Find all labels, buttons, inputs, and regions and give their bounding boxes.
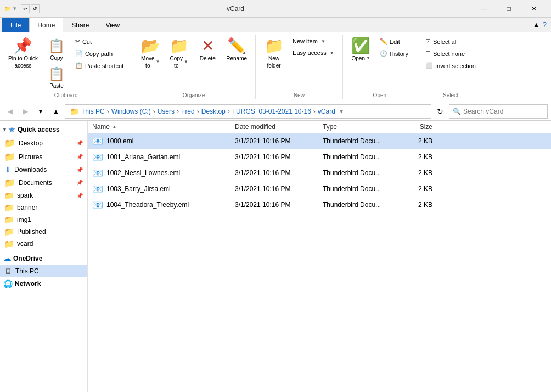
- sidebar-item-vcard[interactable]: 📁 vcard: [0, 238, 87, 250]
- sidebar-item-documents[interactable]: 📁 Documents 📌: [0, 176, 87, 189]
- copy-button[interactable]: 📋 Copy: [43, 36, 70, 63]
- clipboard-small-group: 📋 Copy 📋 Paste: [43, 36, 70, 91]
- copy-to-button[interactable]: 📁 Copy to ▼: [165, 36, 193, 72]
- address-path[interactable]: 📁 This PC › Windows (C:) › Users › Fred …: [65, 104, 431, 119]
- sidebar: ▾ ★ Quick access 📁 Desktop 📌 📁 Pictures …: [0, 121, 88, 392]
- select-none-icon: ☐: [425, 50, 431, 57]
- sidebar-item-desktop[interactable]: 📁 Desktop 📌: [0, 136, 87, 150]
- delete-icon: ✕: [201, 38, 214, 54]
- pin-to-quick-access-button[interactable]: 📌 Pin to Quick access: [4, 36, 42, 72]
- tab-home[interactable]: Home: [29, 18, 63, 32]
- copy-path-button[interactable]: 📄 Copy path: [71, 48, 127, 59]
- path-fred[interactable]: Fred: [181, 108, 195, 115]
- new-folder-button[interactable]: 📁 New folder: [260, 36, 288, 72]
- ribbon-group-organize: 📂 Move to ▼ 📁 Copy to ▼ ✕ Delete ✏️ Rena: [132, 35, 256, 99]
- path-this-pc[interactable]: This PC: [81, 108, 105, 115]
- search-input[interactable]: [463, 108, 544, 115]
- col-header-size[interactable]: Size: [389, 123, 432, 131]
- table-row[interactable]: 📧 1003_Barry_Jirsa.eml 3/1/2021 10:16 PM…: [88, 181, 551, 197]
- col-header-type[interactable]: Type: [323, 123, 389, 131]
- quick-access-header[interactable]: ▾ ★ Quick access: [0, 123, 87, 136]
- tab-view[interactable]: View: [97, 18, 128, 32]
- sidebar-item-img1[interactable]: 📁 img1: [0, 214, 87, 226]
- maximize-button[interactable]: □: [496, 0, 521, 18]
- network-header[interactable]: 🌐 Network: [0, 277, 87, 290]
- pictures-pin-icon: 📌: [76, 154, 83, 160]
- file-name: 1000.eml: [106, 137, 133, 145]
- invert-selection-icon: ⬜: [425, 62, 433, 69]
- sidebar-item-banner[interactable]: 📁 banner: [0, 201, 87, 214]
- sidebar-item-this-pc[interactable]: 🖥 This PC: [0, 265, 87, 277]
- select-none-button[interactable]: ☐ Select none: [421, 48, 480, 59]
- new-label: New: [294, 92, 305, 98]
- table-row[interactable]: 📧 1001_Arlana_Gartan.eml 3/1/2021 10:16 …: [88, 149, 551, 165]
- path-windows-c[interactable]: Windows (C:): [111, 108, 151, 115]
- main-area: ▾ ★ Quick access 📁 Desktop 📌 📁 Pictures …: [0, 121, 551, 392]
- paste-shortcut-button[interactable]: 📋 Paste shortcut: [71, 60, 127, 71]
- path-vcard[interactable]: vCard: [318, 108, 335, 115]
- search-box[interactable]: 🔍: [449, 104, 548, 119]
- ribbon-group-open: ✅ Open ▼ ✏️ Edit 🕐 History Open: [343, 35, 417, 99]
- new-items: 📁 New folder New item ▼ Easy access ▼: [260, 36, 338, 91]
- copy-to-icon: 📁: [170, 38, 189, 54]
- file-size: 2 KB: [389, 201, 432, 209]
- tab-file[interactable]: File: [2, 18, 29, 32]
- file-name-cell: 📧 1001_Arlana_Gartan.eml: [92, 152, 235, 163]
- refresh-button[interactable]: ↻: [434, 105, 447, 118]
- easy-access-button[interactable]: Easy access ▼: [289, 47, 338, 58]
- published-folder-icon: 📁: [4, 227, 14, 236]
- copy-to-arrow: ▼: [184, 59, 188, 65]
- sidebar-item-published[interactable]: 📁 Published: [0, 226, 87, 238]
- back-button[interactable]: ◀: [3, 105, 16, 118]
- invert-selection-button[interactable]: ⬜ Invert selection: [421, 60, 480, 71]
- new-item-button[interactable]: New item ▼: [289, 36, 338, 47]
- table-row[interactable]: 📧 1004_Theadora_Treeby.eml 3/1/2021 10:1…: [88, 197, 551, 213]
- paste-icon: 📋: [48, 65, 65, 82]
- paste-button[interactable]: 📋 Paste: [43, 64, 70, 91]
- undo-btn[interactable]: ↺: [31, 4, 40, 13]
- quick-access-toolbar-btn[interactable]: ↩: [21, 4, 30, 13]
- spark-folder-icon: 📁: [4, 191, 14, 200]
- pin-icon: 📌: [13, 38, 32, 54]
- move-to-button[interactable]: 📂 Move to ▼: [137, 36, 164, 72]
- forward-button[interactable]: ▶: [19, 105, 32, 118]
- select-all-button[interactable]: ☑ Select all: [421, 36, 480, 47]
- rename-button[interactable]: ✏️ Rename: [222, 36, 251, 65]
- cut-button[interactable]: ✂ Cut: [71, 36, 127, 47]
- close-button[interactable]: ✕: [521, 0, 547, 18]
- table-row[interactable]: 📧 1002_Nessi_Lownes.eml 3/1/2021 10:16 P…: [88, 165, 551, 181]
- history-button[interactable]: 🕐 History: [376, 48, 412, 59]
- edit-button[interactable]: ✏️ Edit: [376, 36, 412, 47]
- sidebar-item-pictures[interactable]: 📁 Pictures 📌: [0, 150, 87, 164]
- help-button[interactable]: ?: [542, 20, 547, 29]
- up-button[interactable]: ▲: [49, 105, 63, 118]
- file-type: Thunderbird Docu...: [323, 137, 389, 145]
- path-users[interactable]: Users: [158, 108, 175, 115]
- open-button[interactable]: ✅ Open ▼: [347, 36, 375, 65]
- clipboard-label: Clipboard: [54, 92, 78, 98]
- open-arrow: ▼: [366, 55, 370, 61]
- delete-button[interactable]: ✕ Delete: [194, 36, 221, 65]
- name-sort-arrow: ▲: [112, 124, 117, 130]
- file-name: 1003_Barry_Jirsa.eml: [106, 185, 171, 193]
- ribbon-collapse-button[interactable]: ▲: [532, 20, 540, 29]
- tab-share[interactable]: Share: [63, 18, 97, 32]
- path-desktop[interactable]: Desktop: [201, 108, 226, 115]
- file-size: 2 KB: [389, 169, 432, 177]
- edit-icon: ✏️: [380, 38, 387, 45]
- recent-locations-button[interactable]: ▾: [34, 105, 47, 118]
- easy-access-arrow: ▼: [330, 51, 334, 55]
- table-row[interactable]: 📧 1000.eml 3/1/2021 10:16 PM Thunderbird…: [88, 133, 551, 149]
- search-icon: 🔍: [453, 108, 461, 115]
- path-turgs[interactable]: TURGS_03-01-2021 10-16: [232, 108, 311, 115]
- col-header-name[interactable]: Name ▲: [92, 123, 235, 131]
- sidebar-item-spark[interactable]: 📁 spark 📌: [0, 189, 87, 201]
- cut-icon: ✂: [75, 38, 80, 45]
- title-bar: 📁 ▾ ↩ ↺ vCard ─ □ ✕: [0, 0, 551, 18]
- file-icon: 📧: [92, 136, 103, 147]
- ribbon-group-new: 📁 New folder New item ▼ Easy access ▼ Ne…: [256, 35, 343, 99]
- sidebar-item-downloads[interactable]: ⬇ Downloads 📌: [0, 164, 87, 176]
- col-header-date[interactable]: Date modified: [235, 123, 323, 131]
- onedrive-header[interactable]: ☁ OneDrive: [0, 252, 87, 265]
- minimize-button[interactable]: ─: [471, 0, 496, 18]
